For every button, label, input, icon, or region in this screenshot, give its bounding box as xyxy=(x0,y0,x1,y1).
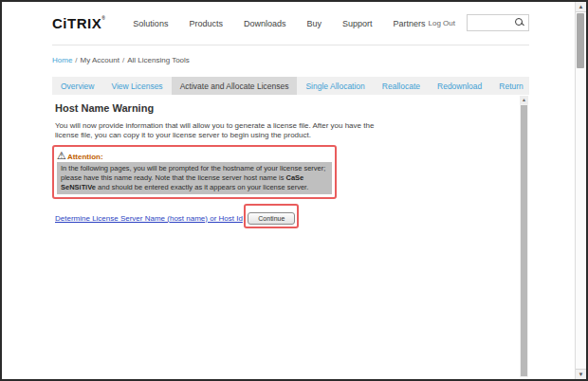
window-scrollbar-thumb[interactable] xyxy=(577,13,584,68)
window-scrollbar[interactable]: ▲ ▼ xyxy=(575,2,586,379)
page-title: Host Name Warning xyxy=(55,102,529,114)
nav-item-products[interactable]: Products xyxy=(178,19,233,28)
license-tools-tabbar: Overview View Licenses Activate and Allo… xyxy=(52,77,529,95)
window-scrollbar-down-icon[interactable]: ▼ xyxy=(576,369,586,379)
tab-single-allocation[interactable]: Single Allocation xyxy=(297,77,373,95)
continue-highlight-annotation: Continue xyxy=(244,204,299,228)
continue-button[interactable]: Continue xyxy=(248,212,295,225)
window-scrollbar-up-icon[interactable]: ▲ xyxy=(576,2,586,12)
content-scrollbar[interactable]: ▲ xyxy=(520,96,528,377)
intro-text: You will now provide information that wi… xyxy=(55,121,376,140)
registered-mark: ® xyxy=(101,15,105,21)
citrix-logo[interactable]: CiTRIX® xyxy=(52,15,105,31)
content-scrollbar-up-icon[interactable]: ▲ xyxy=(520,96,528,104)
breadcrumb-home[interactable]: Home xyxy=(52,56,72,64)
attention-label: Attention: xyxy=(67,153,103,161)
main-panel: Host Name Warning You will now provide i… xyxy=(52,102,529,228)
tab-reallocate[interactable]: Reallocate xyxy=(374,77,429,95)
citrix-logo-text: CiTRIX xyxy=(52,15,101,31)
site-header: CiTRIX® Solutions Products Downloads Buy… xyxy=(52,2,529,45)
nav-item-solutions[interactable]: Solutions xyxy=(122,19,178,28)
tab-view-licenses[interactable]: View Licenses xyxy=(102,77,171,95)
breadcrumb-separator: / xyxy=(75,56,77,64)
tab-return[interactable]: Return xyxy=(490,77,532,95)
search-box xyxy=(467,14,529,31)
breadcrumb-separator: / xyxy=(122,56,124,64)
determine-server-name-link[interactable]: Determine License Server Name (host name… xyxy=(55,214,243,223)
search-input[interactable] xyxy=(468,17,515,28)
nav-item-downloads[interactable]: Downloads xyxy=(233,19,297,28)
content-scrollbar-thumb[interactable] xyxy=(521,105,527,376)
nav-item-support[interactable]: Support xyxy=(332,19,383,28)
nav-item-buy[interactable]: Buy xyxy=(296,19,332,28)
tab-overview[interactable]: Overview xyxy=(52,77,102,95)
tab-redownload[interactable]: Redownload xyxy=(429,77,490,95)
breadcrumb-my-account[interactable]: My Account xyxy=(81,56,119,64)
main-nav: Solutions Products Downloads Buy Support… xyxy=(122,19,435,28)
breadcrumb-all-licensing-tools[interactable]: All Licensing Tools xyxy=(127,56,190,64)
attention-header: ⚠ Attention: xyxy=(57,148,332,161)
attention-highlight-annotation: ⚠ Attention: In the following pages, you… xyxy=(52,145,337,198)
page-content: CiTRIX® Solutions Products Downloads Buy… xyxy=(52,2,529,228)
search-icon[interactable] xyxy=(515,18,525,28)
breadcrumb: Home/My Account/All Licensing Tools xyxy=(52,56,529,64)
tab-activate-and-allocate-licenses[interactable]: Activate and Allocate Licenses xyxy=(172,77,298,95)
browser-window: CiTRIX® Solutions Products Downloads Buy… xyxy=(0,0,588,381)
logout-link[interactable]: Log Out xyxy=(429,19,455,27)
attention-text-after: and should be entered exactly as it appe… xyxy=(96,183,308,191)
attention-body: In the following pages, you will be prom… xyxy=(57,162,332,193)
warning-triangle-icon: ⚠ xyxy=(57,150,66,161)
